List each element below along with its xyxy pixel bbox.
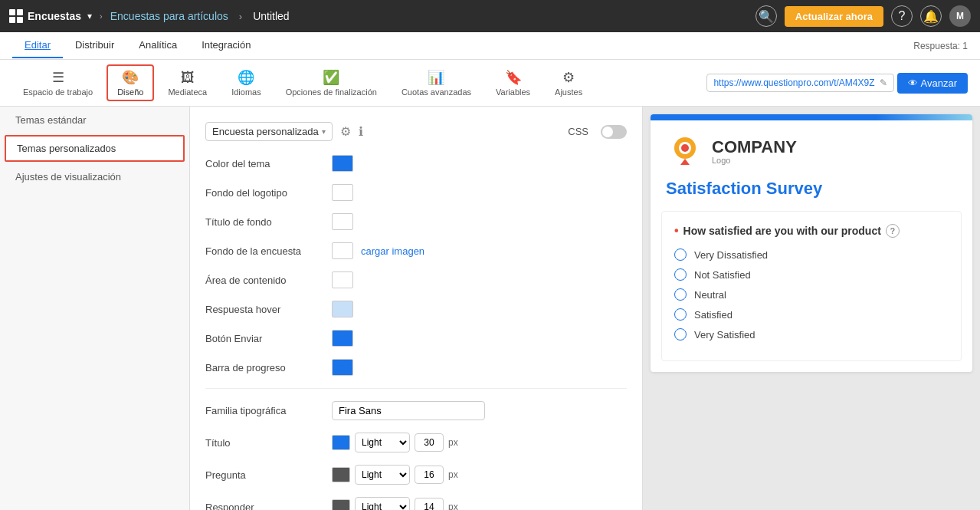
left-panel-ajustes-visualizacion[interactable]: Ajustes de visualización	[0, 163, 189, 190]
fondo-encuesta-swatch[interactable]	[332, 242, 353, 259]
pregunta-px-label: px	[448, 469, 458, 480]
grid-icon	[9, 9, 23, 23]
secondary-navigation: Editar Distribuir Analítica Integración …	[0, 32, 980, 60]
option-very-satisfied-label: Very Satisfied	[694, 329, 755, 341]
upgrade-button[interactable]: Actualizar ahora	[785, 6, 883, 27]
top-controls-row: Encuesta personalizada ▾ ⚙ ℹ CSS	[205, 122, 627, 141]
boton-enviar-row: Botón Enviar	[205, 330, 627, 347]
fondo-encuesta-label: Fondo de la encuesta	[205, 245, 324, 257]
help-info-icon-btn[interactable]: ℹ	[359, 124, 363, 139]
preview-logo-area: COMPANY Logo	[651, 120, 972, 179]
css-toggle[interactable]	[601, 125, 627, 139]
font-family-select[interactable]: Fira Sans	[332, 401, 485, 420]
nav-analitica[interactable]: Analítica	[126, 33, 189, 58]
radio-not-satisfied[interactable]	[674, 268, 687, 281]
area-contenido-swatch[interactable]	[332, 271, 353, 288]
option-satisfied: Satisfied	[674, 308, 949, 321]
edit-url-icon[interactable]: ✎	[880, 77, 887, 88]
settings-icon-btn[interactable]: ⚙	[340, 124, 351, 139]
theme-dropdown[interactable]: Encuesta personalizada ▾	[205, 122, 333, 141]
preview-company-name: COMPANY	[712, 139, 797, 156]
toggle-thumb	[602, 127, 613, 137]
svg-marker-3	[680, 159, 690, 165]
question-help-icon[interactable]: ?	[886, 224, 900, 238]
left-panel-temas-estandar[interactable]: Temas estándar	[0, 107, 189, 133]
pregunta-typography-row: Pregunta Light px	[205, 465, 627, 485]
titulo-typo-label: Título	[205, 437, 324, 449]
responder-color-swatch[interactable]	[332, 499, 350, 510]
avatar[interactable]: M	[949, 5, 971, 27]
respuesta-hover-label: Respuesta hover	[205, 304, 324, 315]
titulo-size-input[interactable]	[415, 433, 444, 452]
toolbar-espacio[interactable]: ☰ Espacio de trabajo	[12, 64, 103, 101]
sec-nav-links: Editar Distribuir Analítica Integración	[12, 33, 263, 58]
url-text: https://www.questionpro.com/t/AM4X9Z	[713, 77, 874, 88]
cargar-imagen-link[interactable]: cargar imagen	[361, 245, 424, 257]
responder-typo-label: Responder	[205, 502, 324, 511]
chevron-down-icon: ▾	[322, 127, 326, 136]
left-panel-temas-personalizados[interactable]: Temas personalizados	[5, 135, 185, 162]
font-family-row: Familia tipográfica Fira Sans	[205, 401, 627, 420]
respuesta-hover-swatch[interactable]	[332, 301, 353, 318]
option-neutral-label: Neutral	[694, 289, 726, 301]
brand-dropdown-button[interactable]: ▾	[87, 11, 92, 21]
opciones-icon: ✅	[323, 69, 339, 86]
responder-size-input[interactable]	[415, 498, 444, 510]
font-family-label: Familia tipográfica	[205, 405, 324, 416]
idiomas-icon: 🌐	[238, 69, 254, 86]
preview-company-text: COMPANY Logo	[712, 139, 797, 165]
main-layout: Temas estándar Temas personalizados Ajus…	[0, 107, 980, 510]
nav-integracion[interactable]: Integración	[189, 33, 263, 58]
toggle-track[interactable]	[601, 125, 627, 139]
color-tema-swatch[interactable]	[332, 155, 353, 172]
center-panel: Encuesta personalizada ▾ ⚙ ℹ CSS Color d…	[190, 107, 643, 510]
diseno-icon: 🎨	[122, 69, 139, 86]
toolbar-ajustes-label: Ajustes	[555, 87, 582, 97]
pregunta-color-swatch[interactable]	[332, 467, 350, 482]
breadcrumb-link1[interactable]: Encuestas para artículos	[110, 10, 228, 22]
ajustes-icon: ⚙	[562, 69, 575, 86]
theme-dropdown-label: Encuesta personalizada	[212, 126, 319, 137]
toolbar-idiomas[interactable]: 🌐 Idiomas	[221, 64, 272, 101]
radio-satisfied[interactable]	[674, 308, 687, 321]
boton-enviar-swatch[interactable]	[332, 330, 353, 347]
fondo-encuesta-row: Fondo de la encuesta cargar imagen	[205, 242, 627, 259]
titulo-fondo-swatch[interactable]	[332, 213, 353, 230]
toolbar-mediateca-label: Mediateca	[168, 87, 207, 97]
preview-header-bar	[651, 114, 972, 120]
nav-distribuir[interactable]: Distribuir	[63, 33, 126, 58]
titulo-weight-select[interactable]: Light	[355, 433, 410, 452]
respuesta-count: Respuesta: 1	[913, 41, 968, 51]
nav-editar[interactable]: Editar	[12, 33, 63, 58]
company-logo-svg	[666, 133, 704, 171]
search-button[interactable]: 🔍	[755, 5, 777, 27]
barra-progreso-row: Barra de progreso	[205, 359, 627, 376]
pregunta-weight-select[interactable]: Light	[355, 465, 410, 485]
responder-weight-select[interactable]: Light	[355, 497, 410, 510]
help-button[interactable]: ?	[891, 5, 913, 27]
toolbar-variables-label: Variables	[496, 87, 530, 97]
toolbar-mediateca[interactable]: 🖼 Mediateca	[157, 65, 218, 101]
notifications-button[interactable]: 🔔	[920, 5, 942, 27]
radio-very-dissatisfied[interactable]	[674, 248, 687, 261]
separator	[205, 388, 627, 389]
toolbar-variables[interactable]: 🔖 Variables	[485, 64, 541, 101]
fondo-logotipo-swatch[interactable]	[332, 184, 353, 201]
responder-typography-row: Responder Light px	[205, 497, 627, 510]
toolbar-cuotas[interactable]: 📊 Cuotas avanzadas	[391, 64, 482, 101]
preview-survey-title: Satisfaction Survey	[651, 179, 972, 211]
barra-progreso-swatch[interactable]	[332, 359, 353, 376]
titulo-color-swatch[interactable]	[332, 435, 350, 450]
toolbar-diseno[interactable]: 🎨 Diseño	[107, 64, 154, 101]
pregunta-size-input[interactable]	[415, 466, 444, 484]
avanzar-button[interactable]: 👁 Avanzar	[897, 73, 968, 94]
toolbar-ajustes[interactable]: ⚙ Ajustes	[544, 64, 593, 101]
brand-logo[interactable]: Encuestas ▾	[9, 9, 92, 23]
area-contenido-row: Área de contenido	[205, 271, 627, 288]
pregunta-typo-label: Pregunta	[205, 469, 324, 481]
option-very-dissatisfied-label: Very Dissatisfied	[694, 249, 768, 261]
breadcrumb-sep1: ›	[100, 12, 103, 21]
radio-very-satisfied[interactable]	[674, 328, 687, 341]
radio-neutral[interactable]	[674, 288, 687, 301]
toolbar-opciones[interactable]: ✅ Opciones de finalización	[275, 64, 388, 101]
